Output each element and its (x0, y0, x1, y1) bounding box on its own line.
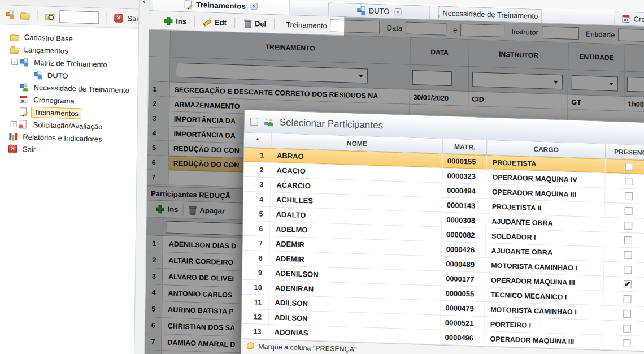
window-box-icon (250, 117, 258, 125)
insert-button-label: Ins (176, 16, 186, 25)
tree-expander[interactable]: - (11, 58, 18, 64)
row-number-cell: 3 (243, 177, 271, 192)
hint-balloon-icon (247, 342, 254, 349)
insert-button[interactable]: Ins (160, 14, 190, 27)
pencil-icon (203, 18, 211, 26)
tree-view-icon[interactable] (5, 10, 14, 19)
matr-cell: 0000426 (442, 242, 486, 257)
presenca-checkbox[interactable] (624, 236, 632, 244)
tab-icon (438, 8, 440, 17)
tab-icon (357, 6, 365, 15)
tab-close-icon[interactable] (251, 3, 258, 10)
row-number-cell: 7 (243, 236, 270, 251)
row-number-cell: 13 (241, 324, 268, 339)
tab-label: Cro (633, 15, 644, 24)
tree-item-label: Cronograma (31, 94, 76, 106)
navigation-tree: Cadastro Base Lançamentos - Matriz de Tr… (0, 24, 138, 159)
tab-icon (184, 0, 193, 8)
matr-cell: 0000479 (441, 301, 485, 316)
delete-button[interactable]: Del (240, 17, 270, 30)
presenca-checkbox[interactable] (625, 206, 633, 214)
application-window: Sair Cadastro Base Lançamentos - (0, 0, 644, 354)
tree-item-icon (20, 83, 28, 91)
people-icon (263, 117, 275, 127)
tree-item-label: Cadastro Base (22, 32, 75, 44)
row-number-cell: 8 (242, 251, 269, 266)
tab-close-icon[interactable] (394, 8, 401, 15)
presenca-checkbox[interactable] (624, 251, 632, 258)
toolbar-separator (194, 16, 195, 27)
toolbar-separator (234, 17, 235, 28)
matr-cell: 0000082 (442, 227, 486, 243)
row-number-cell: 1 (244, 148, 271, 163)
sidebar-search-input[interactable] (59, 10, 99, 24)
tree-item-label: Solicitação/Avaliação (31, 119, 105, 131)
tab-label: Necessidade de Treinamento (442, 9, 538, 20)
tree-item-icon (33, 70, 42, 79)
tree-item-icon (8, 144, 17, 153)
row-number-cell: 10 (242, 280, 269, 295)
tree-item-icon (19, 95, 28, 103)
tree-item-label: Lançamentos (21, 45, 70, 56)
dialog-grid-body: 1 ABRAO 0000155 PROJETISTA 2 ACACIO 0000… (241, 148, 644, 353)
toolbar-separator (106, 12, 106, 23)
matr-cell: 0000308 (442, 213, 486, 228)
presenca-checkbox[interactable] (623, 309, 631, 317)
matr-cell: 0000155 (443, 154, 487, 169)
matr-cell: 0000494 (442, 183, 486, 198)
row-number-cell: 12 (242, 309, 269, 325)
tree-item-icon (20, 58, 28, 66)
row-number-cell: 4 (243, 192, 271, 207)
row-number-cell: 11 (242, 295, 269, 310)
exit-icon[interactable] (114, 14, 123, 22)
presenca-checkbox[interactable] (625, 162, 633, 170)
tab-icon (621, 15, 630, 23)
sidebar-panel: Sair Cadastro Base Lançamentos - (0, 5, 139, 354)
presenca-checkbox[interactable] (623, 339, 630, 347)
selecionar-participantes-dialog: Selecionar Participantes * NOME MATR. CA… (240, 110, 644, 354)
folder-search-icon[interactable] (45, 12, 54, 20)
matr-cell: 0000521 (441, 316, 485, 331)
edit-button-label: Edt (215, 18, 227, 27)
tree-item-label: Treinamentos (31, 106, 81, 119)
tree-item-label: Relatórios e Indicadores (20, 132, 104, 144)
number-column-header[interactable]: * (244, 133, 271, 148)
tree-item-icon (19, 120, 28, 128)
dialog-status-text: Marque a coluna "PRESENÇA" (258, 343, 356, 353)
plus-icon (164, 16, 172, 25)
tab-label: DUTO (369, 7, 390, 16)
row-number-cell: 5 (243, 206, 270, 222)
matr-column-header[interactable]: MATR. (443, 139, 487, 154)
tree-item-label: DUTO (45, 70, 71, 80)
presenca-checkbox[interactable] (623, 324, 631, 332)
tilted-app-surface: Sair Cadastro Base Lançamentos - (0, 0, 644, 354)
tree-expander[interactable]: + (11, 120, 17, 127)
treinamento-filter-label: Treinamento (286, 20, 327, 29)
matr-cell: 0000496 (440, 330, 484, 346)
row-number-cell: 6 (243, 221, 270, 236)
presenca-checkbox[interactable] (625, 177, 633, 185)
tree-item-icon (10, 32, 19, 41)
folder-icon[interactable] (20, 11, 29, 19)
matr-cell: 0000055 (441, 286, 485, 301)
matr-cell: 0000323 (442, 169, 486, 184)
presenca-checkbox[interactable] (624, 221, 632, 229)
tree-item-label: Sair (20, 144, 38, 154)
presenca-checkbox[interactable] (624, 280, 632, 288)
trash-icon (243, 19, 251, 27)
tree-item-label: Necessidade de Treinamento (32, 82, 132, 95)
delete-button-label: Del (255, 19, 266, 28)
tab-label: Treinamentos (196, 0, 246, 10)
sidebar-collapse-icon[interactable]: ‹ (140, 0, 149, 5)
tree-item-icon (19, 107, 28, 116)
tree-item-label: Matriz de Treinamento (32, 57, 110, 69)
tree-item-icon (8, 132, 17, 140)
edit-button[interactable]: Edt (199, 16, 230, 29)
presenca-checkbox[interactable] (623, 295, 631, 303)
presenca-checkbox[interactable] (624, 265, 632, 273)
dialog-title: Selecionar Participantes (280, 116, 384, 131)
tree-item-icon (10, 45, 18, 53)
presenca-checkbox[interactable] (625, 192, 633, 200)
matr-cell: 0000177 (441, 271, 485, 287)
matr-cell: 0000489 (441, 257, 485, 272)
